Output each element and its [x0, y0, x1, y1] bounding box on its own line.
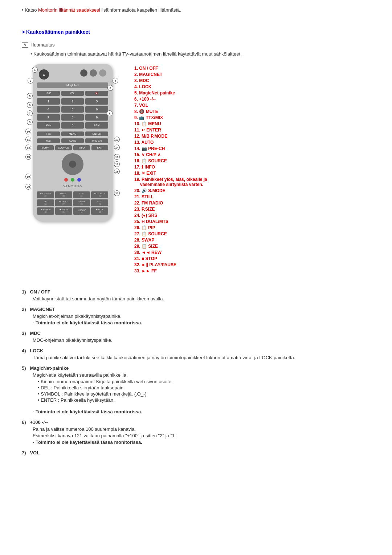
legend-12: 12. M/B P.MODE: [134, 134, 370, 139]
magicnet-row-btn: MagicNet: [37, 82, 108, 88]
legend-9: 9. 📺 TTX/MIX: [134, 115, 370, 120]
legend-21: 21. STILL: [134, 194, 370, 199]
psize-btn: P.SIZE 23: [55, 191, 72, 198]
desc-5-bold: - Toiminto ei ole käytettävissä tässä mo…: [33, 409, 370, 414]
desc-4-text: Tämä painike aktivoi tai lukitsee kaikki…: [33, 355, 370, 360]
remote-body: ⏻ MagicNet +100 VOL 🔇 1 2: [33, 64, 113, 222]
remote-illustration: ⏻ MagicNet +100 VOL 🔇 1 2: [22, 64, 123, 275]
top-note: • Katso Monitorin liitännät saadaksesi l…: [22, 7, 370, 13]
legend-11: 11. ↩ ENTER: [134, 127, 370, 133]
num-grid: 1 2 3 4 5 6 7 8 9 DEL 0 SYM: [37, 98, 108, 129]
desc-2-bold: - Toiminto ei ole käytettävissä tässä mo…: [33, 320, 370, 325]
dpad-area: [37, 153, 108, 175]
num-sym: SYM: [85, 122, 108, 129]
ch-down-btn: ∨CH/P: [37, 145, 54, 150]
ttx-row: TTX MENU ENTER: [37, 131, 108, 136]
swap-btn: SWAP 28: [73, 199, 90, 206]
annot-17: 17: [114, 161, 120, 167]
color-green: [71, 178, 74, 182]
desc-3-num: 3) MDC: [22, 331, 370, 336]
stop-btn: ■ STOP 31: [55, 207, 72, 215]
desc-1: 1) ON / OFF Voit käynnistää tai sammutta…: [22, 289, 370, 301]
legend-24: 24. (●) SRS: [134, 213, 370, 218]
annot-2: 2: [28, 78, 33, 84]
mdc-btn: [90, 69, 97, 77]
legend-22: 22. FM RADIO: [134, 200, 370, 206]
desc-3-text: MDC-ohjelman pikakäynnistyspainike.: [33, 337, 370, 343]
legend-7: 7. VOL: [134, 103, 370, 108]
num-del: DEL: [37, 122, 60, 129]
annot-15: 15: [25, 154, 31, 160]
num-2: 2: [61, 98, 84, 105]
magicnet-btn: [80, 69, 87, 77]
ttx-btn: TTX: [37, 131, 60, 136]
annot-21: 21: [114, 190, 120, 196]
num-0: 0: [61, 122, 84, 129]
source2-btn: SOURCE 27: [55, 199, 72, 206]
num-4: 4: [37, 106, 60, 113]
legend-26: 26. 📋 PIP: [134, 225, 370, 230]
annot-14: 14: [114, 145, 120, 150]
legend-13: 13. AUTO: [134, 140, 370, 145]
vol-btn: VOL: [61, 91, 84, 96]
num-6: 6: [85, 106, 108, 113]
auto-btn: AUTO: [61, 138, 84, 143]
legend-17: 17. ℹ INFO: [134, 165, 370, 170]
ff-btn: ►► FF 33: [91, 207, 108, 215]
desc-7: 7) VOL: [22, 450, 370, 455]
srs-btn: SRS 24: [73, 191, 90, 198]
num-1: 1: [37, 98, 60, 105]
annot-19: 19: [25, 174, 31, 179]
play-btn: ►‖PLAY 32: [73, 207, 90, 215]
desc-5-bullet-2: DEL : Painikkeella siirrytään taaksepäin…: [38, 385, 370, 390]
annot-5: 5: [27, 93, 33, 99]
legend-20: 20. 🔊 S.MODE: [134, 188, 370, 193]
fm-radio-btn: FM RADIO 22: [37, 191, 54, 198]
on-off-btn: ⏻: [39, 69, 49, 80]
legend-8: 8. 🔇 MUTE: [134, 109, 370, 114]
annot-10: 10: [25, 129, 31, 134]
desc-6-bold: - Toiminto ei ole käytettävissä tässä mo…: [33, 439, 370, 445]
menu-btn: MENU: [61, 131, 84, 136]
legend-5: 5. MagicNet-painike: [134, 90, 370, 96]
desc-6-num: 6) +100 -/--: [22, 420, 370, 425]
top-note-suffix: lisäinformaatiota kaapelien liitännästä.: [100, 7, 181, 13]
pip-btn: PIP 26: [37, 199, 54, 206]
desc-2-num: 2) MAGICNET: [22, 307, 370, 312]
annot-18: 18: [114, 169, 120, 174]
desc-5-intro: MagicNetia käytetään seuraavilla painikk…: [33, 372, 370, 378]
desc-2: 2) MAGICNET MagicNet-ohjelman pikakäynni…: [22, 307, 370, 325]
num-7: 7: [37, 114, 60, 121]
desc-3: 3) MDC MDC-ohjelman pikakäynnistyspainik…: [22, 331, 370, 343]
color-red: [64, 178, 68, 182]
num-9: 9: [85, 114, 108, 121]
note-icon: ✎: [22, 42, 28, 48]
legend-33: 33. ►► FF: [134, 268, 370, 274]
exit-btn: EXIT: [91, 145, 108, 150]
magicnet-row: MagicNet: [37, 82, 108, 88]
legend-6: 6. +100 -/--: [134, 97, 370, 102]
desc-5-bullet-3: SYMBOL : Painikkeella syötetään merkkejä…: [38, 391, 370, 397]
note-box: ✎ Huomautus: [22, 42, 370, 48]
legend-27: 27. 📋 SOURCE: [134, 231, 370, 236]
desc-6-text1: Paina ja valitse numeroa 100 suurempia k…: [33, 426, 370, 432]
legend: 1. ON / OFF 2. MAGICNET 3. MDC 4. LOCK 5…: [134, 64, 370, 275]
desc-1-num: 1) ON / OFF: [22, 289, 370, 295]
dualmts-btn: DUAL/MTS 25: [91, 191, 108, 198]
legend-1: 1. ON / OFF: [134, 66, 370, 71]
info-btn: INFO: [73, 145, 90, 150]
annot-9: 9: [27, 119, 33, 125]
desc-7-num: 7) VOL: [22, 450, 370, 455]
legend-10: 10. 📋 MENU: [134, 121, 370, 126]
legend-16: 16. 📋 SOURCE: [134, 158, 370, 163]
legend-15: 15. ∨ CH/P ∧: [134, 152, 370, 157]
mb-btn: M/B: [37, 138, 60, 143]
annot-11: 11: [25, 137, 31, 142]
top-note-link[interactable]: Monitorin liitännät saadaksesi: [38, 7, 100, 13]
desc-6: 6) +100 -/-- Paina ja valitse numeroa 10…: [22, 420, 370, 445]
color-blue: [77, 178, 81, 182]
legend-30: 30. ◄◄ REW: [134, 250, 370, 255]
prech-btn: PRE-CH: [85, 138, 108, 143]
num-8: 8: [61, 114, 84, 121]
annot-4: 4: [113, 78, 118, 84]
